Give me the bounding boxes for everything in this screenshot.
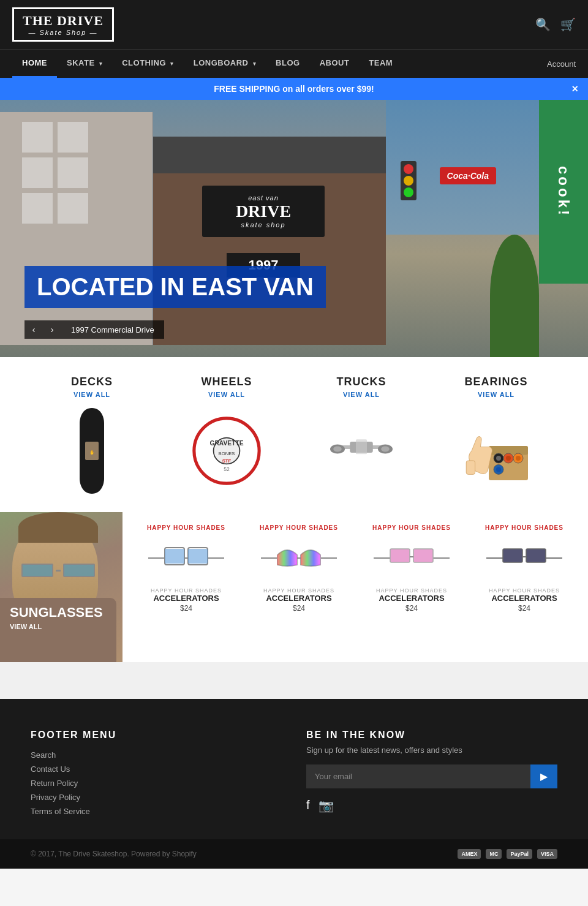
footer-link-return[interactable]: Return Policy <box>31 779 282 788</box>
chevron-down-icon: ▾ <box>99 61 103 67</box>
hero-text-box: LOCATED IN EAST VAN <box>24 266 326 308</box>
product-4-brand: HAPPY HOUR SHADES <box>485 524 564 531</box>
nav-item-clothing[interactable]: CLOTHING ▾ <box>112 50 184 78</box>
svg-text:BONES: BONES <box>219 451 235 456</box>
visa-icon: VISA <box>537 849 557 859</box>
product-3-name: ACCELERATORS <box>379 594 444 603</box>
amex-icon: AMEX <box>458 849 481 859</box>
svg-rect-31 <box>165 549 184 564</box>
category-decks: DECKS VIEW ALL ✋ <box>31 376 153 494</box>
product-2-name-brand: HAPPY HOUR SHADES <box>263 587 334 594</box>
svg-point-19 <box>496 456 501 461</box>
hero-next-button[interactable]: › <box>43 320 61 339</box>
cart-icon[interactable]: 🛒 <box>560 17 576 32</box>
hero-controls: ‹ › 1997 Commercial Drive <box>24 320 164 339</box>
product-4-name-brand: HAPPY HOUR SHADES <box>489 587 560 594</box>
copyright-text: © 2017, The Drive Skateshop. Powered by … <box>31 850 197 858</box>
footer-link-search[interactable]: Search <box>31 750 282 760</box>
email-submit-button[interactable]: ▶ <box>530 764 557 788</box>
product-2-brand: HAPPY HOUR SHADES <box>260 524 338 531</box>
product-4-price: $24 <box>518 604 530 613</box>
decks-view-all[interactable]: VIEW ALL <box>74 391 110 398</box>
product-1-name: ACCELERATORS <box>153 594 219 603</box>
svg-point-21 <box>506 456 511 461</box>
nav-item-longboard[interactable]: LONGBOARD ▾ <box>184 50 266 78</box>
sunglasses-product-1: HAPPY HOUR SHADES HAPPY HOUR SHADES ACCE… <box>135 524 238 650</box>
sunglasses-view-all[interactable]: VIEW ALL <box>10 623 42 630</box>
product-1-price: $24 <box>180 604 192 613</box>
footer: FOOTER MENU Search Contact Us Return Pol… <box>0 699 588 839</box>
product-1-brand: HAPPY HOUR SHADES <box>147 524 225 531</box>
newsletter-title: BE IN THE KNOW <box>306 730 557 741</box>
svg-text:52: 52 <box>224 466 230 472</box>
footer-newsletter-col: BE IN THE KNOW Sign up for the latest ne… <box>306 730 557 821</box>
hero-prev-button[interactable]: ‹ <box>24 320 43 339</box>
traffic-light <box>401 161 417 200</box>
logo[interactable]: THE DRIVE — Skate Shop — <box>12 7 114 42</box>
nav-item-skate[interactable]: SKATE ▾ <box>57 50 112 78</box>
payment-icons: AMEX MC PayPal VISA <box>458 849 557 859</box>
sunglasses-label: SUNGLASSES VIEW ALL <box>0 605 123 632</box>
header-icons: 🔍 🛒 <box>535 17 576 32</box>
sunglasses-product-4: HAPPY HOUR SHADES HAPPY HOUR SHADES ACCE… <box>473 524 576 650</box>
instagram-icon[interactable]: 📷 <box>318 798 334 813</box>
product-2-image[interactable] <box>256 534 342 583</box>
hero-title: LOCATED IN EAST VAN <box>37 273 314 301</box>
svg-rect-32 <box>188 549 208 564</box>
sunglasses-category-banner[interactable]: SUNGLASSES VIEW ALL <box>0 512 123 662</box>
nav-item-about[interactable]: ABOUT <box>310 50 360 78</box>
sunglasses-product-3: HAPPY HOUR SHADES HAPPY HOUR SHADES ACCE… <box>360 524 463 650</box>
product-3-brand: HAPPY HOUR SHADES <box>372 524 451 531</box>
category-trucks: TRUCKS VIEW ALL <box>300 376 423 494</box>
bearings-title: BEARINGS <box>464 376 527 388</box>
footer-menu-title: FOOTER MENU <box>31 730 282 741</box>
chevron-down-icon: ▾ <box>170 61 174 67</box>
facebook-icon[interactable]: f <box>306 798 310 813</box>
footer-link-contact[interactable]: Contact Us <box>31 764 282 774</box>
svg-rect-40 <box>413 549 433 562</box>
nav-item-team[interactable]: TEAM <box>359 50 402 78</box>
svg-rect-45 <box>526 549 546 562</box>
footer-link-privacy[interactable]: Privacy Policy <box>31 793 282 802</box>
svg-point-14 <box>381 447 390 452</box>
chevron-down-icon: ▾ <box>253 61 257 67</box>
svg-point-25 <box>496 467 501 472</box>
header: THE DRIVE — Skate Shop — 🔍 🛒 <box>0 0 588 49</box>
nav-item-home[interactable]: HOME <box>12 50 57 78</box>
email-input[interactable] <box>306 764 530 788</box>
product-4-name: ACCELERATORS <box>491 594 557 603</box>
bearings-view-all[interactable]: VIEW ALL <box>478 391 514 398</box>
product-3-price: $24 <box>405 604 418 613</box>
social-icons: f 📷 <box>306 798 557 813</box>
logo-sub: — Skate Shop — <box>28 29 97 36</box>
close-icon[interactable]: × <box>571 83 578 96</box>
search-icon[interactable]: 🔍 <box>535 17 551 32</box>
banner-text: FREE SHIPPING on all orders over $99! <box>214 84 374 94</box>
product-3-name-brand: HAPPY HOUR SHADES <box>376 587 447 594</box>
svg-text:STF: STF <box>222 458 232 464</box>
categories-section: DECKS VIEW ALL ✋ WHEELS VIEW ALL GRAVETT… <box>0 357 588 512</box>
footer-menu-col: FOOTER MENU Search Contact Us Return Pol… <box>31 730 282 821</box>
trucks-view-all[interactable]: VIEW ALL <box>343 391 380 398</box>
product-1-image[interactable] <box>143 534 229 583</box>
decks-image: ✋ <box>55 408 129 494</box>
trucks-title: TRUCKS <box>337 376 386 388</box>
wheels-view-all[interactable]: VIEW ALL <box>208 391 245 398</box>
bearings-image <box>459 408 533 494</box>
footer-link-terms[interactable]: Terms of Service <box>31 807 282 816</box>
product-2-price: $24 <box>293 604 305 613</box>
sunglasses-products: HAPPY HOUR SHADES HAPPY HOUR SHADES ACCE… <box>123 512 588 662</box>
product-2-name: ACCELERATORS <box>266 594 331 603</box>
footer-bottom: © 2017, The Drive Skateshop. Powered by … <box>0 839 588 869</box>
sunglasses-section: SUNGLASSES VIEW ALL HAPPY HOUR SHADES HA… <box>0 512 588 662</box>
svg-text:✋: ✋ <box>89 450 95 455</box>
newsletter-subtitle: Sign up for the latest news, offers and … <box>306 746 557 755</box>
product-4-image[interactable] <box>481 534 567 583</box>
svg-text:GRAVETTE: GRAVETTE <box>209 440 243 447</box>
svg-point-23 <box>516 456 521 461</box>
nav-item-blog[interactable]: BLOG <box>266 50 310 78</box>
account-link[interactable]: Account <box>547 51 576 77</box>
sunglasses-product-2: HAPPY HOUR SHADES <box>247 524 350 650</box>
product-3-image[interactable] <box>369 534 454 583</box>
svg-point-12 <box>333 447 342 452</box>
